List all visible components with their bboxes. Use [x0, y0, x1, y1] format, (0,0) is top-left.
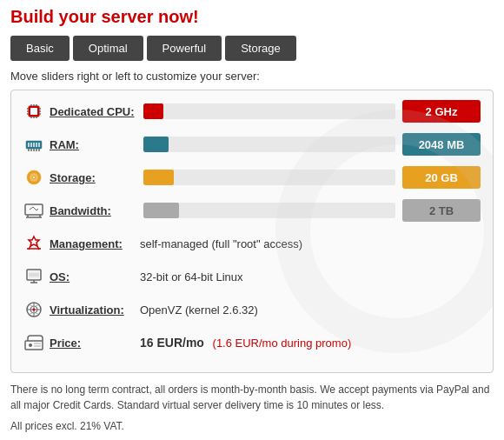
ram-slider-track	[143, 137, 395, 152]
row-price: Price: 16 EUR/mo (1.6 EUR/mo during prom…	[23, 330, 481, 355]
price-icon	[23, 332, 44, 353]
svg-rect-29	[25, 204, 43, 215]
cpu-label-group: Dedicated CPU:	[23, 101, 136, 122]
bandwidth-label-group: Bandwidth:	[23, 200, 136, 221]
tab-basic[interactable]: Basic	[10, 36, 70, 61]
svg-rect-50	[25, 341, 43, 350]
price-promo: (1.6 EUR/mo during promo)	[213, 337, 352, 350]
virtualization-label[interactable]: Virtualization:	[50, 303, 124, 317]
storage-icon	[23, 167, 44, 188]
storage-slider-fill	[143, 170, 174, 185]
ram-slider-area	[143, 137, 395, 152]
svg-rect-15	[28, 143, 30, 147]
cpu-badge: 2 GHz	[402, 100, 481, 123]
svg-rect-1	[30, 108, 37, 115]
management-value: self-managed (full "root" access)	[136, 237, 481, 250]
svg-rect-19	[38, 143, 40, 147]
price-label-group: Price:	[23, 332, 136, 353]
price-main: 16 EUR/mo	[140, 336, 204, 350]
cpu-slider-fill	[143, 103, 163, 119]
cpu-slider-area	[143, 103, 395, 119]
storage-label-group: Storage:	[23, 167, 136, 188]
price-label[interactable]: Price:	[50, 337, 81, 350]
tab-powerful[interactable]: Powerful	[147, 36, 222, 61]
cpu-label[interactable]: Dedicated CPU:	[50, 105, 135, 118]
os-label[interactable]: OS:	[50, 270, 70, 283]
ram-label[interactable]: RAM:	[50, 138, 79, 151]
bandwidth-slider-fill	[143, 203, 179, 218]
bandwidth-badge: 2 TB	[402, 199, 481, 222]
row-virtualization: Virtualization: OpenVZ (kernel 2.6.32)	[23, 297, 481, 322]
cpu-slider-track	[143, 103, 395, 119]
virtualization-icon	[23, 299, 44, 320]
config-box: Dedicated CPU: 2 GHz	[10, 90, 494, 373]
row-ram: RAM: 2048 MB	[23, 132, 481, 157]
ram-slider-fill	[143, 137, 169, 152]
ram-icon	[23, 134, 44, 155]
tab-bar: Basic Optimal Powerful Storage	[10, 36, 494, 61]
os-icon	[23, 266, 44, 287]
os-label-group: OS:	[23, 266, 136, 287]
svg-point-28	[33, 177, 35, 178]
footer-text: There is no long term contract, all orde…	[10, 382, 494, 413]
virtualization-label-group: Virtualization:	[23, 299, 136, 320]
row-os: OS: 32-bit or 64-bit Linux	[23, 264, 481, 289]
row-bandwidth: Bandwidth: 2 TB	[23, 198, 481, 223]
bandwidth-label[interactable]: Bandwidth:	[50, 204, 111, 217]
price-value: 16 EUR/mo (1.6 EUR/mo during promo)	[136, 336, 481, 350]
row-management: Management: self-managed (full "root" ac…	[23, 231, 481, 256]
os-value: 32-bit or 64-bit Linux	[136, 270, 481, 283]
storage-badge: 20 GB	[402, 166, 481, 189]
svg-point-51	[29, 343, 32, 347]
subtitle: Move sliders right or left to customize …	[10, 70, 494, 83]
cpu-icon	[23, 101, 44, 122]
svg-rect-18	[36, 143, 37, 147]
svg-line-34	[33, 207, 36, 210]
storage-label[interactable]: Storage:	[50, 171, 96, 184]
svg-rect-42	[29, 271, 39, 278]
row-storage: Storage: 20 GB	[23, 165, 481, 190]
bandwidth-slider-track	[143, 203, 395, 218]
page-title: Build your server now!	[10, 7, 494, 27]
virtualization-value: OpenVZ (kernel 2.6.32)	[136, 303, 481, 317]
row-cpu: Dedicated CPU: 2 GHz	[23, 99, 481, 123]
svg-point-49	[33, 309, 36, 311]
ram-label-group: RAM:	[23, 134, 136, 155]
svg-line-35	[36, 209, 38, 210]
management-icon	[23, 233, 44, 254]
bandwidth-slider-area	[143, 203, 395, 218]
storage-slider-area	[143, 170, 395, 185]
bandwidth-icon	[23, 200, 44, 221]
svg-rect-16	[30, 143, 32, 147]
footer-vat: All prices excl. 21% VAT.	[10, 420, 494, 432]
management-label[interactable]: Management:	[50, 237, 123, 250]
svg-rect-17	[33, 143, 35, 147]
storage-slider-track	[143, 170, 395, 185]
tab-optimal[interactable]: Optimal	[73, 36, 143, 61]
svg-line-33	[30, 207, 33, 210]
tab-storage[interactable]: Storage	[225, 36, 296, 61]
management-label-group: Management:	[23, 233, 136, 254]
ram-badge: 2048 MB	[402, 133, 481, 156]
